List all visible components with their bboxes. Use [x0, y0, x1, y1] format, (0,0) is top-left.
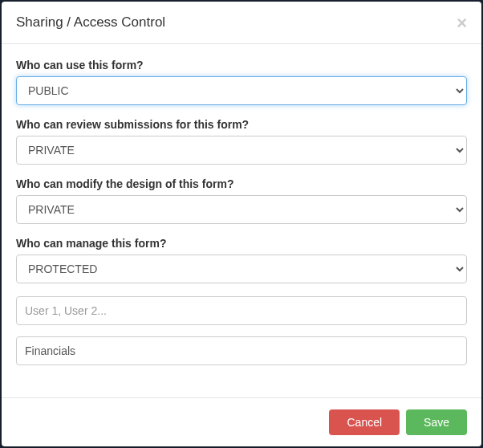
modal-body: Who can use this form? PUBLIC Who can re…	[2, 44, 481, 397]
input-users[interactable]	[16, 296, 467, 325]
field-users	[16, 296, 467, 325]
field-manage-form: Who can manage this form? PROTECTED	[16, 237, 467, 283]
save-button[interactable]: Save	[406, 409, 467, 435]
select-manage-form[interactable]: PROTECTED	[16, 255, 467, 283]
modal-header: Sharing / Access Control ×	[2, 2, 481, 44]
sharing-access-modal: Sharing / Access Control × Who can use t…	[2, 2, 481, 446]
modal-footer: Cancel Save	[2, 397, 481, 446]
label-modify-design: Who can modify the design of this form?	[16, 177, 467, 190]
label-review-submissions: Who can review submissions for this form…	[16, 118, 467, 131]
field-modify-design: Who can modify the design of this form? …	[16, 177, 467, 224]
field-use-form: Who can use this form? PUBLIC	[16, 59, 467, 105]
field-groups	[16, 336, 467, 365]
select-modify-design[interactable]: PRIVATE	[16, 195, 467, 224]
input-groups[interactable]	[16, 336, 467, 365]
select-review-submissions[interactable]: PRIVATE	[16, 136, 467, 165]
field-review-submissions: Who can review submissions for this form…	[16, 118, 467, 165]
label-manage-form: Who can manage this form?	[16, 237, 467, 250]
close-icon[interactable]: ×	[457, 14, 467, 32]
select-use-form[interactable]: PUBLIC	[16, 76, 467, 105]
label-use-form: Who can use this form?	[16, 59, 467, 71]
modal-title: Sharing / Access Control	[16, 14, 165, 31]
cancel-button[interactable]: Cancel	[329, 409, 400, 435]
